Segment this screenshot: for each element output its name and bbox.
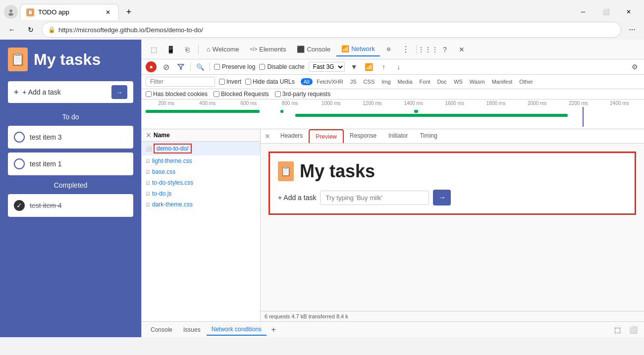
download-icon-button[interactable]: ↓ [393, 61, 404, 72]
bottom-tab-network-conditions[interactable]: Network conditions [207, 324, 267, 336]
bottom-tab-console[interactable]: Console [146, 324, 177, 335]
filter-type-css[interactable]: CSS [361, 78, 378, 85]
search-button[interactable]: 🔍 [195, 61, 206, 72]
clear-button[interactable]: ⊘ [161, 61, 171, 72]
tab-separator-2 [417, 45, 417, 54]
devtools-more-button[interactable]: ⋮⋮⋮ [420, 42, 436, 57]
request-item-demo-to-do[interactable]: ⬜ demo-to-do/ [142, 142, 260, 155]
disable-cache-toggle[interactable]: Disable cache [259, 63, 304, 70]
dock-side-button[interactable]: ⬚ [610, 323, 624, 337]
detail-panel: ✕ Headers Preview Response Initiator Tim… [261, 129, 644, 321]
reload-button[interactable]: ↻ [23, 22, 39, 38]
task-item-3[interactable]: test item 3 [8, 126, 133, 149]
third-party-checkbox[interactable] [275, 91, 281, 97]
detail-tab-preview[interactable]: Preview [309, 129, 344, 143]
filter-type-img[interactable]: Img [378, 78, 393, 85]
preview-add-button[interactable]: → [433, 190, 451, 205]
browser-more-button[interactable]: ··· [624, 22, 640, 38]
invert-checkbox[interactable] [219, 79, 225, 85]
tab-network[interactable]: 📶 Network [336, 43, 380, 56]
upload-icon-button[interactable]: ↑ [378, 61, 389, 72]
tab-console[interactable]: ⬛ Console [292, 43, 335, 56]
preview-task-input[interactable] [320, 191, 429, 205]
detail-tab-response[interactable]: Response [344, 129, 382, 143]
request-item-to-do-styles[interactable]: ☑ to-do-styles.css [142, 177, 260, 188]
hide-data-urls-toggle[interactable]: Hide data URLs [245, 78, 295, 85]
devtools-help-button[interactable]: ? [437, 42, 453, 57]
invert-toggle[interactable]: Invert [219, 78, 241, 85]
online-icon-button[interactable]: 📶 [364, 61, 375, 72]
request-item-base[interactable]: ☑ base.css [142, 166, 260, 177]
tab-network-label: Network [351, 45, 375, 52]
detail-tab-headers[interactable]: Headers [274, 129, 309, 143]
detail-tab-headers-label: Headers [280, 132, 303, 139]
blocked-requests-toggle[interactable]: Blocked Requests [214, 91, 269, 98]
filter-input[interactable] [146, 77, 215, 87]
filter-type-media[interactable]: Media [395, 78, 416, 85]
task-checkbox-4[interactable]: ✓ [14, 200, 25, 211]
preview-app-header: 📋 My tasks [278, 161, 627, 182]
detail-close-button[interactable]: ✕ [265, 132, 270, 140]
filter-type-manifest[interactable]: Manifest [489, 78, 516, 85]
filter-type-all[interactable]: All [301, 78, 313, 85]
timeline-cursor [583, 107, 584, 127]
throttle-select[interactable]: Fast 3G [309, 62, 345, 72]
preserve-log-checkbox[interactable] [214, 64, 220, 70]
network-settings-button[interactable]: ⚙ [629, 61, 640, 72]
task-checkbox-1[interactable] [14, 158, 25, 169]
third-party-toggle[interactable]: 3rd-party requests [275, 91, 330, 98]
task-item-1[interactable]: test item 1 [8, 152, 133, 175]
address-input-container[interactable]: 🔒 https://microsoftedge.github.io/Demos/… [42, 22, 621, 38]
blocked-cookies-toggle[interactable]: Has blocked cookies [146, 91, 208, 98]
add-task-submit-button[interactable]: → [111, 85, 127, 99]
disable-cache-checkbox[interactable] [259, 64, 265, 70]
filter-type-fetch[interactable]: Fetch/XHR [314, 78, 346, 85]
profile-avatar[interactable] [4, 5, 18, 19]
preserve-log-toggle[interactable]: Preserve log [214, 63, 255, 70]
devtools-device-button[interactable]: 📱 [162, 42, 178, 57]
devtools-more-tools-button[interactable]: ⚙ [381, 42, 397, 57]
filter-type-doc[interactable]: Doc [434, 78, 450, 85]
filter-type-ws[interactable]: WS [451, 78, 466, 85]
tab-welcome[interactable]: ⌂ Welcome [202, 43, 244, 56]
timeline-ruler: 200 ms 400 ms 600 ms 800 ms 1000 ms 1200… [142, 100, 644, 107]
bottom-tab-issues[interactable]: Issues [178, 324, 206, 335]
close-detail-button[interactable]: ✕ [146, 131, 152, 139]
throttle-dropdown-button[interactable]: ▼ [349, 61, 360, 72]
request-item-dark-theme[interactable]: ☑ dark-theme.css [142, 199, 260, 210]
record-button[interactable]: ● [146, 61, 157, 72]
blocked-requests-checkbox[interactable] [214, 91, 219, 97]
detail-tab-initiator[interactable]: Initiator [382, 129, 414, 143]
filter-type-font[interactable]: Font [417, 78, 433, 85]
filter-icon-button[interactable] [175, 61, 186, 72]
filter-type-js[interactable]: JS [347, 78, 360, 85]
request-js-icon: ☑ [146, 191, 150, 197]
add-task-bar[interactable]: + + Add a task → [8, 81, 133, 103]
devtools-inspect-button[interactable]: ⬚ [146, 42, 161, 57]
tab-elements[interactable]: </> Elements [245, 43, 291, 56]
request-item-light-theme[interactable]: ☑ light-theme.css [142, 155, 260, 166]
close-button[interactable]: ✕ [617, 4, 640, 19]
devtools-source-button[interactable]: ⎗ [179, 42, 195, 57]
task-item-4[interactable]: ✓ test item 4 [8, 194, 133, 217]
minimize-button[interactable]: ─ [572, 4, 594, 19]
blocked-cookies-checkbox[interactable] [146, 91, 152, 97]
new-tab-button[interactable]: + [121, 4, 137, 20]
detail-tab-timing[interactable]: Timing [414, 129, 443, 143]
hide-data-urls-checkbox[interactable] [245, 79, 251, 85]
preview-add-label: + Add a task [278, 194, 316, 202]
back-button[interactable]: ← [4, 22, 20, 38]
task-text-1: test item 1 [30, 160, 62, 168]
tab-close-button[interactable]: ✕ [104, 8, 112, 17]
filter-type-wasm[interactable]: Wasm [467, 78, 488, 85]
filter-type-other[interactable]: Other [516, 78, 536, 85]
timeline[interactable]: 200 ms 400 ms 600 ms 800 ms 1000 ms 1200… [142, 100, 644, 129]
undock-button[interactable]: ⬜ [626, 323, 640, 337]
request-item-to-do-js[interactable]: ☑ to-do.js [142, 188, 260, 199]
devtools-customize-button[interactable]: ⋮ [398, 42, 414, 57]
devtools-close-button[interactable]: ✕ [454, 42, 470, 57]
bottom-add-tab-button[interactable]: + [268, 324, 279, 336]
task-checkbox-3[interactable] [14, 132, 25, 143]
browser-tab-active[interactable]: 📋 TODO app ✕ [20, 4, 119, 20]
restore-button[interactable]: ⬜ [594, 4, 617, 19]
